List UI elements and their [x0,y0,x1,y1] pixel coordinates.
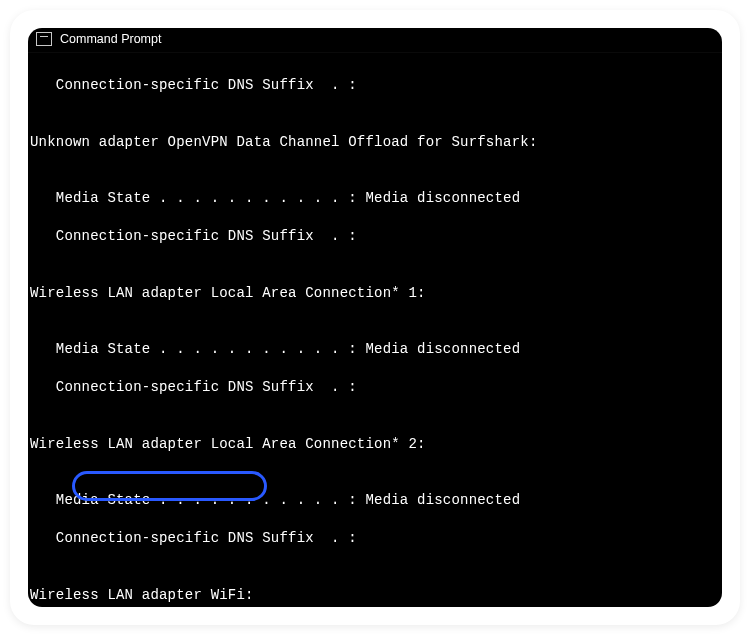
dns-suffix-line: Connection-specific DNS Suffix . : [30,76,716,95]
dns-suffix-line: Connection-specific DNS Suffix . : [30,227,716,246]
cmd-icon [36,32,52,46]
adapter2-header: Wireless LAN adapter Local Area Connecti… [30,284,716,303]
adapter3-header: Wireless LAN adapter Local Area Connecti… [30,435,716,454]
terminal-output[interactable]: Connection-specific DNS Suffix . : Unkno… [28,53,722,607]
cmd-window: Command Prompt Connection-specific DNS S… [28,28,722,607]
adapter1-header: Unknown adapter OpenVPN Data Channel Off… [30,133,716,152]
media-state-line: Media State . . . . . . . . . . . : Medi… [30,189,716,208]
card-container: Command Prompt Connection-specific DNS S… [10,10,740,625]
adapter4-header: Wireless LAN adapter WiFi: [30,586,716,605]
titlebar[interactable]: Command Prompt [28,28,722,53]
dns-suffix-line: Connection-specific DNS Suffix . : [30,529,716,548]
media-state-line: Media State . . . . . . . . . . . : Medi… [30,340,716,359]
dns-suffix-line: Connection-specific DNS Suffix . : [30,378,716,397]
window-title: Command Prompt [60,32,161,46]
media-state-line: Media State . . . . . . . . . . . : Medi… [30,491,716,510]
